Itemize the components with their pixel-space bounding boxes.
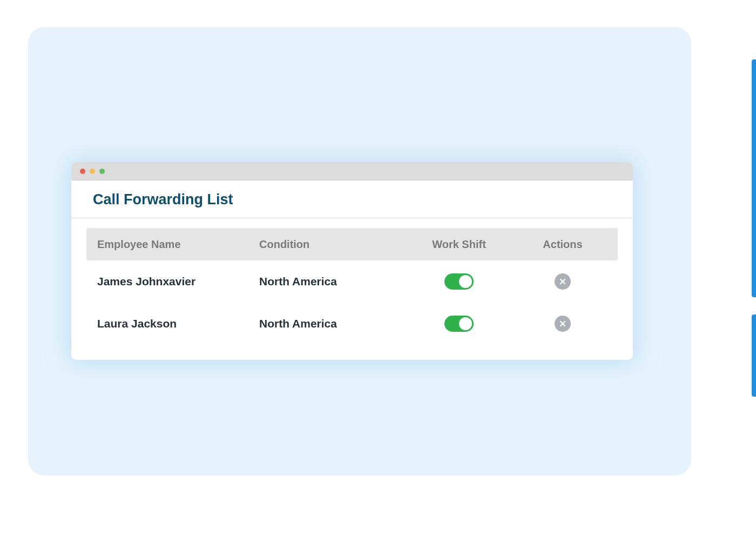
window-body: Call Forwarding List Employee Name Condi… [71,180,633,345]
table-body: James Johnxavier North America [86,260,618,345]
delete-button[interactable] [555,273,571,290]
toggle-knob-icon [459,275,472,288]
cell-condition: North America [259,275,400,288]
close-icon [559,320,566,327]
col-header-condition: Condition [259,238,400,251]
table-row: Laura Jackson North America [86,303,618,345]
cell-employee-name: James Johnxavier [97,275,259,288]
window-close-icon[interactable] [80,169,85,174]
window-titlebar [71,162,633,180]
col-header-actions: Actions [518,238,607,251]
scrollbar-segment-bottom[interactable] [752,315,756,397]
app-window: Call Forwarding List Employee Name Condi… [71,162,633,360]
window-maximize-icon[interactable] [99,169,105,174]
scrollbar-segment-top[interactable] [752,59,756,297]
work-shift-toggle[interactable] [444,316,474,332]
close-icon [559,278,566,285]
delete-button[interactable] [555,316,571,332]
toggle-knob-icon [459,317,472,330]
panel-title: Call Forwarding List [71,180,633,218]
table-header-row: Employee Name Condition Work Shift Actio… [86,228,618,260]
cell-condition: North America [259,317,400,330]
cell-employee-name: Laura Jackson [97,317,259,330]
window-minimize-icon[interactable] [90,169,95,174]
col-header-shift: Work Shift [400,238,518,251]
work-shift-toggle[interactable] [444,273,474,290]
table-row: James Johnxavier North America [86,260,618,303]
col-header-employee: Employee Name [97,238,259,251]
